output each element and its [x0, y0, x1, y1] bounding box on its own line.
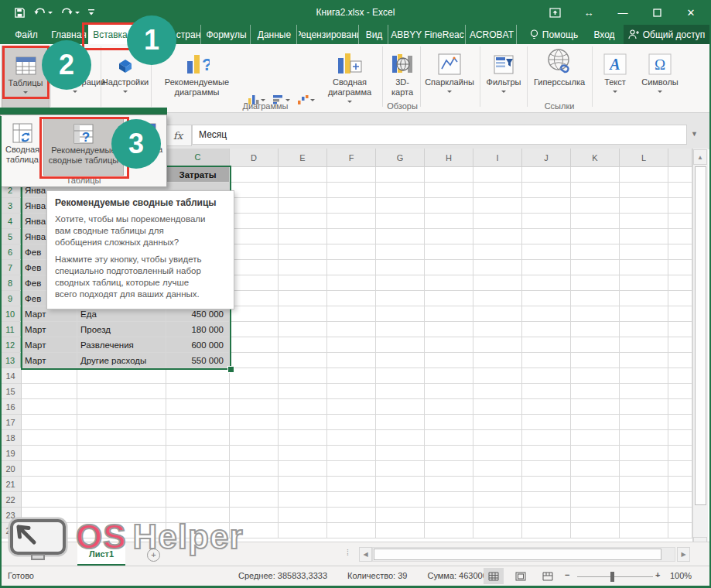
cell-D6[interactable]: [230, 244, 279, 260]
tab-вход[interactable]: Вход: [586, 25, 622, 44]
row-header-23[interactable]: 23: [0, 508, 22, 523]
cell-A15[interactable]: [22, 384, 77, 399]
cell-K24[interactable]: [571, 523, 620, 538]
cell-G7[interactable]: [376, 260, 425, 275]
cell-E15[interactable]: [279, 384, 327, 399]
cell-E12[interactable]: [279, 337, 327, 353]
cell-D3[interactable]: [230, 198, 279, 214]
cell-H9[interactable]: [425, 291, 473, 306]
vertical-scroll-thumb[interactable]: [695, 166, 706, 505]
insert-function-button[interactable]: fx: [164, 125, 192, 146]
cell-partial-15[interactable]: [668, 384, 692, 399]
tab-общий-доступ[interactable]: Общий доступ: [624, 25, 709, 44]
cell-A24[interactable]: [22, 523, 77, 538]
cell-B19[interactable]: [77, 446, 166, 461]
cell-F15[interactable]: [327, 384, 376, 399]
cell-F9[interactable]: [327, 291, 376, 306]
cell-E22[interactable]: [279, 492, 327, 508]
row-header-21[interactable]: 21: [0, 477, 22, 492]
cell-L3[interactable]: [620, 198, 668, 214]
cell-E4[interactable]: [279, 214, 327, 229]
cell-H19[interactable]: [425, 446, 473, 461]
cell-A16[interactable]: [22, 399, 77, 415]
cell-partial-16[interactable]: [668, 399, 692, 415]
column-header-F[interactable]: F: [327, 149, 376, 167]
cell-I7[interactable]: [473, 260, 522, 275]
cell-H24[interactable]: [425, 523, 473, 538]
cell-J21[interactable]: [522, 477, 571, 492]
cell-A11[interactable]: Март: [22, 322, 77, 337]
row-header-16[interactable]: 16: [0, 399, 22, 415]
cell-I12[interactable]: [473, 337, 522, 353]
cell-partial-10[interactable]: [668, 306, 692, 322]
cell-A14[interactable]: [22, 368, 77, 384]
cell-F12[interactable]: [327, 337, 376, 353]
cell-D8[interactable]: [230, 275, 279, 291]
cell-partial-11[interactable]: [668, 322, 692, 337]
cell-I4[interactable]: [473, 214, 522, 229]
cell-B13[interactable]: Другие расходы: [77, 353, 166, 368]
tab-рецензировани[interactable]: Рецензировани: [299, 25, 359, 44]
cell-A23[interactable]: [22, 508, 77, 523]
filters-group-button[interactable]: Фильтры: [482, 46, 525, 111]
tab-формулы[interactable]: Формулы: [203, 25, 251, 44]
cell-K10[interactable]: [571, 306, 620, 322]
cell-D14[interactable]: [230, 368, 279, 384]
cell-G3[interactable]: [376, 198, 425, 214]
cell-D23[interactable]: [230, 508, 279, 523]
cell-E5[interactable]: [279, 229, 327, 244]
cell-J17[interactable]: [522, 415, 571, 430]
cell-partial-17[interactable]: [668, 415, 692, 430]
cell-D2[interactable]: [230, 183, 279, 198]
column-header-I[interactable]: I: [473, 149, 522, 167]
cell-L11[interactable]: [620, 322, 668, 337]
cell-J10[interactable]: [522, 306, 571, 322]
scroll-right-icon[interactable]: ▶: [677, 547, 690, 562]
cell-H11[interactable]: [425, 322, 473, 337]
cell-D1[interactable]: [230, 167, 279, 183]
resize-icon[interactable]: ↔: [573, 2, 604, 23]
cell-partial-21[interactable]: [668, 477, 692, 492]
pivot-table-button[interactable]: Сводная таблица: [2, 117, 43, 176]
new-sheet-button[interactable]: +: [147, 549, 160, 562]
cell-L18[interactable]: [620, 430, 668, 446]
cell-G20[interactable]: [376, 461, 425, 477]
cell-G11[interactable]: [376, 322, 425, 337]
column-header-H[interactable]: H: [425, 149, 473, 167]
cell-D7[interactable]: [230, 260, 279, 275]
cell-K16[interactable]: [571, 399, 620, 415]
cell-H16[interactable]: [425, 399, 473, 415]
cell-E1[interactable]: [279, 167, 327, 183]
cell-F19[interactable]: [327, 446, 376, 461]
sparklines-group-button[interactable]: Спарклайны: [422, 46, 477, 111]
tab-данные[interactable]: Данные: [252, 25, 297, 44]
cell-B11[interactable]: Проезд: [77, 322, 166, 337]
fill-handle[interactable]: [227, 366, 234, 373]
cell-L16[interactable]: [620, 399, 668, 415]
cell-D10[interactable]: [230, 306, 279, 322]
cell-F14[interactable]: [327, 368, 376, 384]
cell-I23[interactable]: [473, 508, 522, 523]
cell-L23[interactable]: [620, 508, 668, 523]
cell-J4[interactable]: [522, 214, 571, 229]
cell-D24[interactable]: [230, 523, 279, 538]
cell-E24[interactable]: [279, 523, 327, 538]
recommended-pivot-tables-button[interactable]: ? Рекомендуемые сводные таблицы: [43, 117, 124, 176]
cell-K6[interactable]: [571, 244, 620, 260]
cell-L2[interactable]: [620, 183, 668, 198]
cell-G1[interactable]: [376, 167, 425, 183]
cell-F16[interactable]: [327, 399, 376, 415]
cell-B15[interactable]: [77, 384, 166, 399]
cell-A13[interactable]: Март: [22, 353, 77, 368]
cell-K9[interactable]: [571, 291, 620, 306]
tab-вставка[interactable]: Вставка: [88, 25, 132, 44]
cell-I13[interactable]: [473, 353, 522, 368]
cell-F20[interactable]: [327, 461, 376, 477]
cell-A18[interactable]: [22, 430, 77, 446]
cell-H3[interactable]: [425, 198, 473, 214]
zoom-slider-thumb[interactable]: [610, 572, 614, 582]
cell-B14[interactable]: [77, 368, 166, 384]
cell-G8[interactable]: [376, 275, 425, 291]
cell-K17[interactable]: [571, 415, 620, 430]
cell-partial-7[interactable]: [668, 260, 692, 275]
